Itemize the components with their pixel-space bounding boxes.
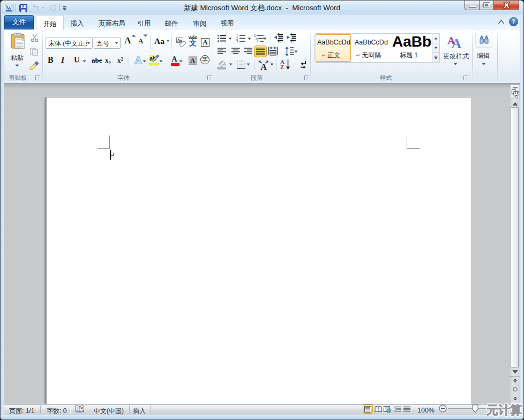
svg-text:A: A: [452, 36, 462, 49]
svg-text:3: 3: [236, 40, 238, 42]
svg-text:i: i: [257, 39, 258, 42]
svg-text:A: A: [134, 55, 142, 66]
svg-text:A: A: [124, 35, 131, 46]
svg-text:Aa: Aa: [177, 38, 183, 43]
svg-text:A: A: [260, 62, 267, 70]
svg-text:A: A: [138, 37, 144, 45]
